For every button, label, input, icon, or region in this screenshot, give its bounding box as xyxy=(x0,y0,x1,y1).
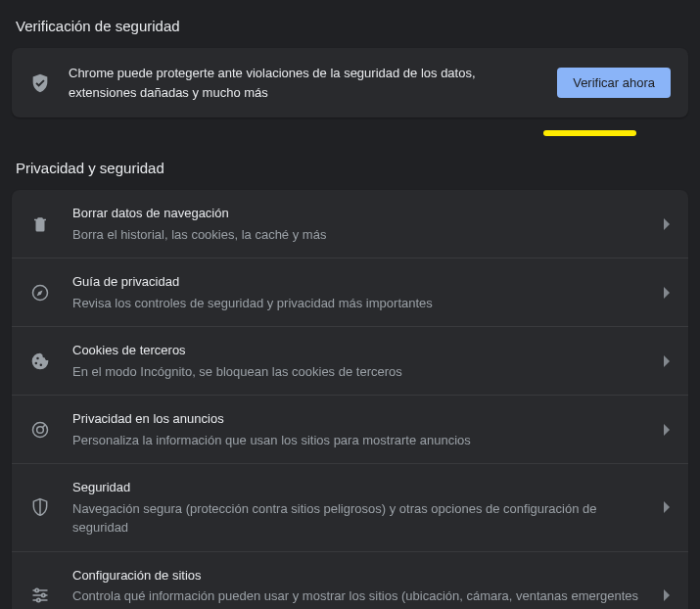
ads-icon xyxy=(29,420,51,440)
svg-point-4 xyxy=(42,593,45,596)
safety-check-card: Chrome puede protegerte ante violaciones… xyxy=(12,48,688,117)
verify-now-button[interactable]: Verificar ahora xyxy=(557,68,671,98)
chevron-right-icon xyxy=(663,589,671,601)
privacy-security-heading: Privacidad y seguridad xyxy=(12,154,688,190)
chevron-right-icon xyxy=(663,424,671,436)
chevron-right-icon xyxy=(663,355,671,367)
compass-icon xyxy=(29,283,51,303)
row-privacy-guide[interactable]: Guía de privacidad Revisa los controles … xyxy=(12,258,688,326)
safety-check-message: Chrome puede protegerte ante violaciones… xyxy=(69,64,539,102)
chevron-right-icon xyxy=(663,287,671,299)
trash-icon xyxy=(29,215,51,233)
row-subtitle: Borra el historial, las cookies, la cach… xyxy=(72,225,641,245)
security-shield-icon xyxy=(29,497,51,517)
row-title: Privacidad en los anuncios xyxy=(72,409,641,429)
row-security[interactable]: Seguridad Navegación segura (protección … xyxy=(12,463,688,551)
row-title: Cookies de terceros xyxy=(72,341,641,360)
row-subtitle: En el modo Incógnito, se bloquean las co… xyxy=(72,362,641,382)
row-clear-browsing-data[interactable]: Borrar datos de navegación Borra el hist… xyxy=(12,190,688,258)
privacy-list: Borrar datos de navegación Borra el hist… xyxy=(12,190,688,609)
row-title: Borrar datos de navegación xyxy=(72,204,641,223)
row-subtitle: Controla qué información pueden usar y m… xyxy=(72,586,641,609)
row-title: Seguridad xyxy=(72,478,641,497)
row-title: Configuración de sitios xyxy=(72,566,641,586)
svg-point-2 xyxy=(37,426,44,433)
row-subtitle: Navegación segura (protección contra sit… xyxy=(72,499,641,538)
svg-point-5 xyxy=(37,598,40,601)
row-ad-privacy[interactable]: Privacidad en los anuncios Personaliza l… xyxy=(12,395,688,463)
row-third-party-cookies[interactable]: Cookies de terceros En el modo Incógnito… xyxy=(12,326,688,395)
tune-icon xyxy=(29,586,51,605)
row-site-settings[interactable]: Configuración de sitios Controla qué inf… xyxy=(12,551,688,610)
chevron-right-icon xyxy=(663,501,671,513)
safety-check-heading: Verificación de seguridad xyxy=(12,12,688,48)
svg-point-3 xyxy=(35,588,38,591)
row-subtitle: Revisa los controles de seguridad y priv… xyxy=(72,294,641,313)
cookie-icon xyxy=(29,351,51,371)
svg-point-1 xyxy=(33,422,48,437)
row-subtitle: Personaliza la información que usan los … xyxy=(72,431,641,450)
chevron-right-icon xyxy=(663,218,671,230)
shield-check-icon xyxy=(29,72,51,94)
row-title: Guía de privacidad xyxy=(72,272,641,292)
